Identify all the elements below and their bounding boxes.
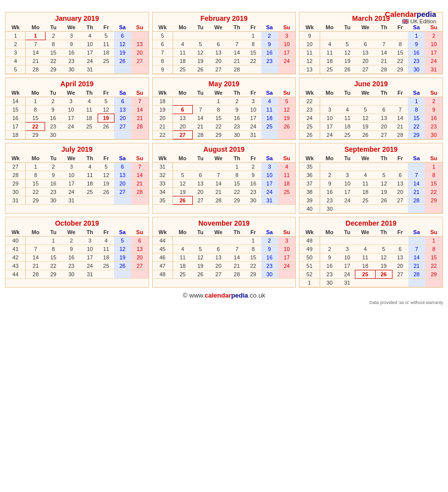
day-cell[interactable]: 16	[45, 180, 61, 188]
day-cell[interactable]	[131, 65, 149, 74]
day-cell[interactable]: 26	[376, 196, 392, 205]
day-cell[interactable]: 15	[45, 49, 61, 57]
day-cell[interactable]: 10	[278, 245, 296, 253]
day-cell[interactable]: 17	[261, 180, 278, 188]
day-cell[interactable]: 12	[192, 49, 208, 57]
day-cell[interactable]: 25	[261, 123, 278, 131]
day-cell[interactable]: 17	[425, 49, 443, 57]
day-cell[interactable]: 2	[228, 97, 245, 106]
day-cell[interactable]: 22	[245, 57, 261, 65]
day-cell[interactable]: 17	[320, 123, 339, 131]
day-cell[interactable]: 6	[376, 106, 392, 114]
day-cell[interactable]: 27	[173, 131, 193, 139]
day-cell[interactable]: 19	[98, 114, 114, 123]
day-cell[interactable]: 21	[131, 114, 148, 123]
day-cell[interactable]: 24	[320, 131, 339, 139]
day-cell[interactable]: 30	[45, 196, 61, 205]
day-cell[interactable]: 23	[261, 57, 278, 65]
day-cell[interactable]: 26	[114, 262, 131, 270]
day-cell[interactable]: 15	[425, 253, 443, 262]
day-cell[interactable]	[208, 237, 228, 245]
day-cell[interactable]	[320, 237, 339, 245]
day-cell[interactable]: 4	[81, 32, 98, 40]
day-cell[interactable]: 11	[355, 180, 375, 188]
day-cell[interactable]: 7	[192, 106, 209, 114]
day-cell[interactable]: 19	[278, 114, 296, 123]
day-cell[interactable]: 16	[61, 49, 81, 57]
day-cell[interactable]: 30	[320, 279, 339, 287]
day-cell[interactable]: 1	[26, 163, 46, 171]
day-cell[interactable]: 4	[98, 237, 114, 245]
day-cell[interactable]: 11	[98, 40, 114, 49]
day-cell[interactable]: 18	[339, 123, 355, 131]
day-cell[interactable]: 8	[392, 40, 408, 49]
day-cell[interactable]: 30	[61, 65, 81, 74]
day-cell[interactable]	[173, 97, 193, 106]
day-cell[interactable]: 10	[245, 106, 261, 114]
day-cell[interactable]: 10	[61, 106, 81, 114]
day-cell[interactable]: 3	[245, 97, 261, 106]
day-cell[interactable]: 21	[228, 57, 245, 65]
day-cell[interactable]: 21	[131, 180, 149, 188]
day-cell[interactable]: 14	[26, 49, 46, 57]
day-cell[interactable]: 25	[173, 270, 193, 279]
day-cell[interactable]: 24	[61, 188, 81, 196]
day-cell[interactable]: 18	[98, 253, 114, 262]
day-cell[interactable]	[131, 270, 149, 279]
day-cell[interactable]: 27	[114, 123, 131, 131]
day-cell[interactable]: 15	[209, 114, 228, 123]
day-cell[interactable]: 10	[320, 114, 339, 123]
day-cell[interactable]: 30	[320, 205, 339, 213]
day-cell[interactable]: 24	[278, 57, 296, 65]
day-cell[interactable]: 9	[261, 40, 278, 49]
day-cell[interactable]: 11	[98, 245, 114, 253]
day-cell[interactable]: 19	[192, 262, 208, 270]
day-cell[interactable]: 20	[208, 57, 228, 65]
day-cell[interactable]: 11	[173, 253, 193, 262]
day-cell[interactable]	[355, 279, 375, 287]
day-cell[interactable]: 8	[228, 171, 245, 180]
day-cell[interactable]: 1	[45, 237, 61, 245]
day-cell[interactable]: 30	[261, 270, 278, 279]
day-cell[interactable]: 3	[261, 163, 278, 171]
day-cell[interactable]: 7	[228, 245, 245, 253]
day-cell[interactable]	[61, 131, 81, 139]
day-cell[interactable]	[392, 205, 408, 213]
day-cell[interactable]: 16	[61, 253, 81, 262]
day-cell[interactable]: 28	[376, 65, 392, 74]
day-cell[interactable]	[392, 237, 408, 245]
day-cell[interactable]: 7	[131, 97, 148, 106]
day-cell[interactable]: 14	[376, 49, 392, 57]
day-cell[interactable]: 13	[392, 180, 408, 188]
day-cell[interactable]: 29	[425, 196, 443, 205]
day-cell[interactable]: 23	[228, 123, 245, 131]
day-cell[interactable]: 13	[355, 49, 375, 57]
day-cell[interactable]: 7	[26, 40, 46, 49]
day-cell[interactable]	[339, 237, 355, 245]
day-cell[interactable]: 26	[192, 270, 208, 279]
day-cell[interactable]: 13	[173, 114, 193, 123]
day-cell[interactable]: 23	[45, 188, 61, 196]
day-cell[interactable]: 12	[173, 180, 193, 188]
day-cell[interactable]: 1	[26, 32, 46, 40]
day-cell[interactable]: 14	[131, 106, 148, 114]
day-cell[interactable]	[392, 279, 408, 287]
day-cell[interactable]: 2	[320, 245, 339, 253]
day-cell[interactable]: 6	[392, 245, 408, 253]
day-cell[interactable]: 13	[208, 49, 228, 57]
day-cell[interactable]	[355, 163, 375, 171]
day-cell[interactable]	[192, 32, 208, 40]
day-cell[interactable]: 15	[245, 253, 261, 262]
day-cell[interactable]	[278, 131, 296, 139]
day-cell[interactable]	[355, 32, 375, 40]
day-cell[interactable]: 8	[45, 40, 61, 49]
day-cell[interactable]: 16	[261, 253, 278, 262]
day-cell[interactable]: 6	[114, 163, 131, 171]
day-cell[interactable]: 22	[408, 123, 425, 131]
day-cell[interactable]: 17	[278, 49, 296, 57]
day-cell[interactable]: 17	[339, 262, 355, 270]
day-cell[interactable]: 13	[392, 253, 408, 262]
day-cell[interactable]: 25	[81, 123, 98, 131]
day-cell[interactable]	[192, 237, 208, 245]
day-cell[interactable]: 7	[209, 171, 228, 180]
